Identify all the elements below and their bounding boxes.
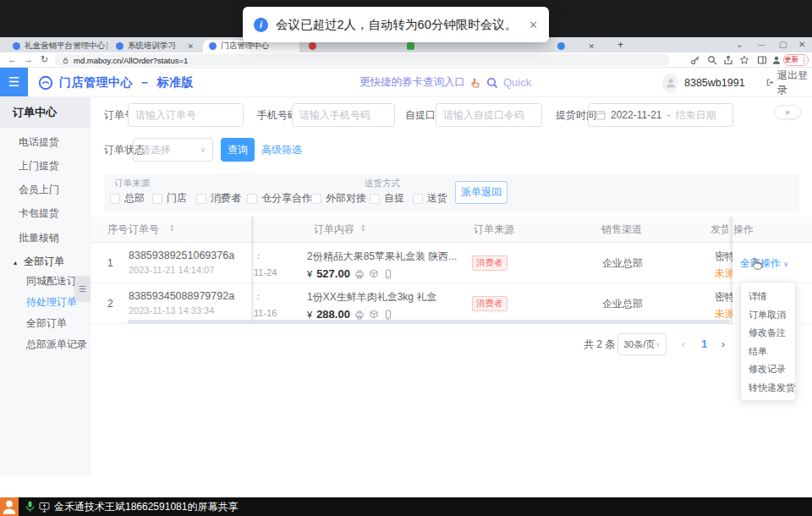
user-avatar[interactable] [662,74,678,92]
order-time: 2023-11-13 14:33:34 [129,305,234,316]
sidebar: 订单中心 电话提货 上门提货 会员上门 卡包提货 批量核销 ▴ 全部订单 同城配… [0,97,91,476]
quick-label[interactable]: Quick [503,76,531,89]
col-content[interactable]: 订单内容 [314,217,354,243]
checkbox-hq[interactable]: 总部 [110,191,145,206]
checkbox-box[interactable] [152,194,162,204]
logout-button[interactable]: 退出登录 [766,69,812,97]
search-button[interactable]: 查询 [221,138,255,162]
source-tag: 消费者 [472,296,508,311]
sidebar-item-phone-pickup[interactable]: 电话提货 [0,130,91,154]
checkbox-label: 自提 [384,191,404,206]
sidepanel-icon[interactable] [757,55,767,65]
tab-close-icon[interactable]: ✕ [187,42,194,51]
order-status-select[interactable]: 请选择 ∨ [133,138,213,162]
bookmark-star-icon[interactable] [739,55,749,65]
menu-item-express-ship[interactable]: 转快递发货 [741,379,795,398]
toast-close-icon[interactable]: ✕ [529,19,538,31]
tab-favicon [13,42,20,50]
checkbox-self-pickup[interactable]: 自提 [370,191,404,206]
col-order-no[interactable]: 订单号 [129,217,159,243]
quick-search-icon[interactable] [486,77,498,89]
pickup-code-input[interactable] [436,103,542,127]
sidebar-sub-all-orders[interactable]: 全部订单 [0,313,91,334]
logout-label: 退出登录 [777,69,812,97]
checkbox-consumer[interactable]: 消费者 [196,191,241,206]
fixed-column-shadow-left [251,217,255,325]
checkbox-delivery[interactable]: 送货 [413,191,447,206]
browser-update-button[interactable]: 更新 ⋮ [783,54,809,66]
printer-icon[interactable] [354,310,365,320]
menu-item-edit-history[interactable]: 修改记录 [741,360,795,379]
page-number-current[interactable]: 1 [701,333,707,355]
menu-item-details[interactable]: 详情 [741,288,795,306]
order-price: 288.00 [316,308,350,321]
back-icon[interactable]: ← [8,52,17,68]
window-minimize-button[interactable]: — [758,37,765,52]
sidebar-collapse-handle[interactable]: ☰ [74,276,91,301]
checkbox-box[interactable] [413,194,423,204]
phone-device-icon[interactable] [383,310,393,320]
advanced-filter-link[interactable]: 高级筛选 [261,138,302,162]
zoom-icon[interactable] [707,55,717,65]
page-prev-button[interactable]: ‹ [682,333,685,355]
sort-icon[interactable]: ▲▼ [169,224,174,232]
tab-label: 礼盒营销平台管理中心 [25,41,105,52]
order-content-cell: 1份XX生鲜羊肉礼盒3kg 礼盒 ¥ 288.00 [307,290,476,331]
date-range-picker[interactable]: 2022-11-21 - 结束日期 [588,103,733,127]
package-icon[interactable] [369,269,379,279]
source-filter-panel: 订单来源 送货方式 总部 门店 消费者 仓分享合作 外部对接 自提 送货 派单退… [104,173,799,211]
new-tab-button[interactable]: + [617,39,623,51]
profile-avatar-icon[interactable] [771,55,782,65]
checkbox-box[interactable] [247,194,257,204]
sort-icon[interactable]: ▲▼ [360,224,365,232]
menu-item-cancel-order[interactable]: 订单取消 [741,306,795,325]
browser-tab-2[interactable]: 系统培训学习 ✕ [110,40,200,52]
sidebar-sub-hq-dispatch-log[interactable]: 总部派单记录 [0,334,91,355]
menu-item-edit-remark[interactable]: 修改备注 [741,324,795,343]
sidebar-toggle-button[interactable]: ☰ [0,68,28,96]
horizontal-scrollbar-thumb[interactable] [128,320,730,324]
reload-icon[interactable]: ↻ [41,52,48,68]
kebab-menu-icon[interactable]: ⋮ [800,56,808,64]
fixed-column-shadow-right [728,217,732,325]
phone-device-icon[interactable] [383,269,393,279]
forward-icon[interactable]: → [24,52,33,68]
filter-collapse-button[interactable]: » [774,105,801,119]
order-no-input[interactable] [128,103,244,127]
sidebar-item-member-visit[interactable]: 会员上门 [0,178,91,201]
microphone-icon [25,501,36,513]
clipped-column-fragment: ： 11-16 [254,290,288,331]
tab-favicon [407,42,414,50]
share-icon[interactable] [723,55,733,65]
sidebar-item-batch-verify[interactable]: 批量核销 [0,226,91,250]
key-icon[interactable] [690,55,700,65]
page-next-button[interactable]: › [721,333,725,355]
phone-input[interactable] [292,103,395,127]
promo-link[interactable]: 更快捷的券卡查询入口 [359,75,465,90]
checkbox-warehouse[interactable]: 仓分享合作 [247,191,312,206]
delivery-method-label: 送货方式 [365,178,400,189]
tab-close-icon[interactable]: ✕ [588,42,595,51]
checkbox-external[interactable]: 外部对接 [311,191,366,206]
browser-tab-6[interactable]: ✕ [551,40,601,52]
sidebar-item-card-pickup[interactable]: 卡包提货 [0,201,91,225]
checkbox-box[interactable] [196,194,206,204]
screen-share-label: 金禾通技术王斌18662591081的屏幕共享 [54,497,238,516]
printer-icon[interactable] [354,269,365,279]
menu-item-close-order[interactable]: 结单 [741,343,795,361]
checkbox-box[interactable] [110,194,120,204]
source-tag: 消费者 [472,255,508,271]
checkbox-box[interactable] [370,194,380,204]
page-size-select[interactable]: 30条/页 ∨ [617,333,667,355]
window-maximize-button[interactable]: ▢ [779,37,787,52]
window-close-button[interactable]: ✕ [798,37,805,52]
checkbox-box[interactable] [311,194,321,204]
package-icon[interactable] [369,310,379,320]
tab-search-chevron[interactable]: ⌄ [736,37,743,52]
browser-tab-1[interactable]: 礼盒营销平台管理中心 ✕ [7,40,105,52]
checkbox-store[interactable]: 门店 [152,191,187,206]
sidebar-item-door-pickup[interactable]: 上门提货 [0,154,91,178]
address-bar[interactable]: md.maboy.cn/AllOrder?status=1 [54,54,670,66]
sidebar-group-all-orders[interactable]: ▴ 全部订单 [0,250,91,273]
dispatch-return-button[interactable]: 派单退回 [455,181,508,204]
